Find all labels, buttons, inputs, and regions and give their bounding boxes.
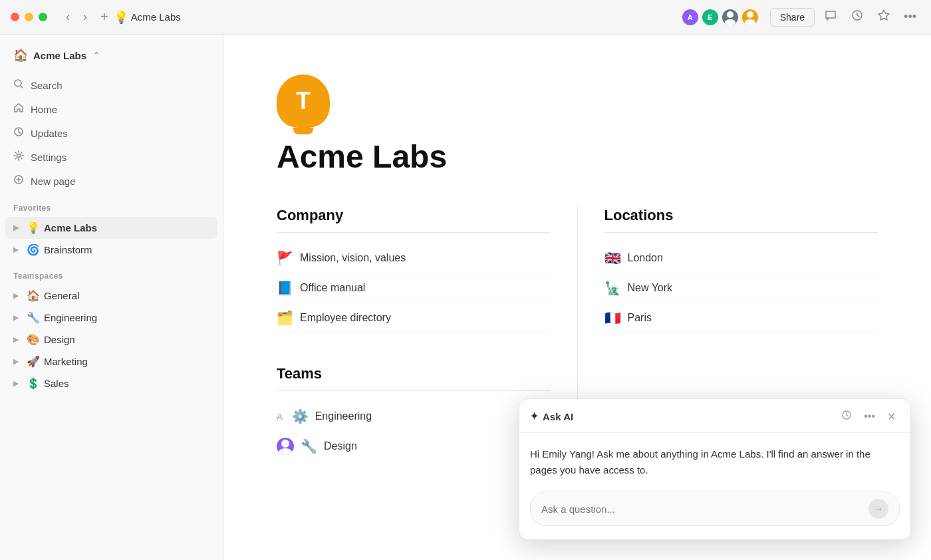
- mission-label: Mission, vision, values: [300, 252, 406, 264]
- sidebar-item-home-label: Home: [31, 104, 57, 115]
- svg-point-3: [745, 19, 755, 25]
- traffic-lights: [11, 13, 47, 21]
- general-label: General: [44, 290, 79, 301]
- sidebar-item-search-label: Search: [31, 80, 63, 91]
- brainstorm-label: Brainstorm: [44, 244, 92, 255]
- page-bulb-icon: T: [277, 74, 330, 128]
- employee-directory-item[interactable]: 🗂️ Employee directory: [277, 303, 551, 333]
- share-button[interactable]: Share: [770, 8, 815, 27]
- brainstorm-chevron-icon: ▶: [13, 245, 23, 254]
- more-options-button[interactable]: •••: [900, 7, 920, 27]
- ask-ai-body: Hi Emily Yang! Ask me about anything in …: [519, 433, 910, 539]
- new-york-item[interactable]: 🗽 New York: [604, 273, 878, 303]
- paris-icon: 🇫🇷: [604, 310, 621, 326]
- ask-ai-header: ✦ Ask AI ••• ✕: [519, 399, 910, 433]
- office-manual-icon: 📘: [277, 280, 293, 296]
- teamspaces-tree: ▶ 🏠 General ▶ 🔧 Engineering ▶ 🎨 Design ▶…: [0, 285, 223, 394]
- svg-point-2: [747, 11, 753, 18]
- ask-ai-more-button[interactable]: •••: [860, 409, 879, 424]
- minimize-button[interactable]: [25, 13, 33, 21]
- home-icon: [13, 102, 24, 116]
- office-manual-item[interactable]: 📘 Office manual: [277, 273, 551, 303]
- new-page-icon: [13, 174, 24, 188]
- back-button[interactable]: ‹: [61, 7, 75, 27]
- marketing-label: Marketing: [44, 356, 88, 367]
- ask-ai-title: ✦ Ask AI: [530, 410, 573, 422]
- locations-heading: Locations: [604, 207, 878, 233]
- new-york-label: New York: [628, 282, 673, 294]
- london-icon: 🇬🇧: [604, 250, 621, 266]
- engineering-icon: 🔧: [27, 311, 40, 324]
- ask-ai-header-right: ••• ✕: [837, 408, 900, 424]
- updates-icon: [13, 126, 24, 140]
- team-design-icon: 🔧: [301, 438, 317, 454]
- avatar-1[interactable]: A: [681, 8, 700, 27]
- favorites-label: Favorites: [0, 193, 223, 217]
- sidebar-item-search[interactable]: Search: [5, 73, 217, 97]
- avatar-2[interactable]: E: [701, 8, 720, 27]
- paris-label: Paris: [628, 312, 652, 324]
- sidebar-item-design[interactable]: ▶ 🎨 Design: [5, 329, 217, 350]
- design-label: Design: [44, 334, 75, 345]
- sidebar-item-new-page[interactable]: New page: [5, 169, 217, 193]
- marketing-icon: 🚀: [27, 355, 40, 368]
- sidebar-item-engineering[interactable]: ▶ 🔧 Engineering: [5, 307, 217, 329]
- star-button[interactable]: [873, 6, 894, 28]
- team-item-engineering[interactable]: A ⚙️ Engineering: [277, 402, 414, 431]
- history-button[interactable]: [847, 6, 868, 28]
- office-manual-label: Office manual: [300, 282, 365, 294]
- teams-heading: Teams: [277, 365, 551, 391]
- london-item[interactable]: 🇬🇧 London: [604, 243, 878, 273]
- main-content: T Acme Labs Company 🚩 Mission, vision, v…: [223, 35, 931, 560]
- sidebar-item-home[interactable]: Home: [5, 97, 217, 121]
- workspace-button[interactable]: 🏠 Acme Labs ⌃: [5, 43, 217, 68]
- app-body: 🏠 Acme Labs ⌃ Search Home: [0, 35, 931, 560]
- brainstorm-icon: 🌀: [27, 243, 40, 256]
- sidebar-item-sales[interactable]: ▶ 💲 Sales: [5, 372, 217, 394]
- ask-ai-icon: ✦: [530, 410, 539, 422]
- ask-ai-close-button[interactable]: ✕: [883, 409, 900, 424]
- team-engineering-icon: ⚙️: [292, 408, 309, 424]
- page-header-icon-container: T: [277, 74, 878, 128]
- bulb-letter: T: [296, 87, 311, 115]
- ask-ai-panel: ✦ Ask AI ••• ✕ Hi Emily Yang! Ask me abo…: [519, 398, 911, 540]
- ask-ai-history-button[interactable]: [837, 408, 856, 424]
- sidebar-item-brainstorm[interactable]: ▶ 🌀 Brainstorm: [5, 239, 217, 261]
- ask-ai-send-button[interactable]: →: [868, 499, 888, 519]
- sidebar-item-marketing[interactable]: ▶ 🚀 Marketing: [5, 350, 217, 372]
- team-design-avatar: [277, 438, 294, 455]
- paris-item[interactable]: 🇫🇷 Paris: [604, 303, 878, 333]
- avatar-4[interactable]: [741, 8, 759, 27]
- sales-label: Sales: [44, 378, 69, 389]
- workspace-chevron-icon: ⌃: [93, 51, 100, 60]
- sidebar-nav: Search Home Updates Settings: [0, 73, 223, 193]
- titlebar: ‹ › + 💡 Acme Labs A E Share •••: [0, 0, 931, 35]
- sidebar-item-settings[interactable]: Settings: [5, 145, 217, 169]
- avatar-3[interactable]: [721, 8, 739, 27]
- employee-directory-label: Employee directory: [300, 312, 391, 324]
- close-button[interactable]: [11, 13, 19, 21]
- sales-icon: 💲: [27, 377, 40, 390]
- sales-chevron-icon: ▶: [13, 379, 23, 388]
- team-item-design[interactable]: 🔧 Design: [277, 431, 414, 462]
- sidebar-item-new-page-label: New page: [31, 176, 76, 187]
- sidebar-item-general[interactable]: ▶ 🏠 General: [5, 285, 217, 307]
- add-page-button[interactable]: +: [95, 7, 114, 27]
- settings-icon: [13, 150, 24, 164]
- forward-button[interactable]: ›: [78, 7, 92, 27]
- comment-button[interactable]: [820, 6, 841, 28]
- svg-point-7: [17, 154, 21, 158]
- favorites-tree: ▶ 💡 Acme Labs ▶ 🌀 Brainstorm: [0, 217, 223, 261]
- mission-item[interactable]: 🚩 Mission, vision, values: [277, 243, 551, 273]
- design-icon: 🎨: [27, 333, 40, 346]
- maximize-button[interactable]: [39, 13, 47, 21]
- ask-ai-input[interactable]: [541, 503, 868, 515]
- sidebar-item-updates[interactable]: Updates: [5, 121, 217, 145]
- sidebar-item-acme-labs[interactable]: ▶ 💡 Acme Labs: [5, 217, 217, 239]
- new-york-icon: 🗽: [604, 280, 621, 296]
- svg-point-0: [727, 11, 733, 18]
- nav-buttons: ‹ › +: [61, 7, 114, 27]
- mission-icon: 🚩: [277, 250, 293, 266]
- sidebar-item-settings-label: Settings: [31, 152, 66, 163]
- sidebar-top: 🏠 Acme Labs ⌃: [0, 40, 223, 73]
